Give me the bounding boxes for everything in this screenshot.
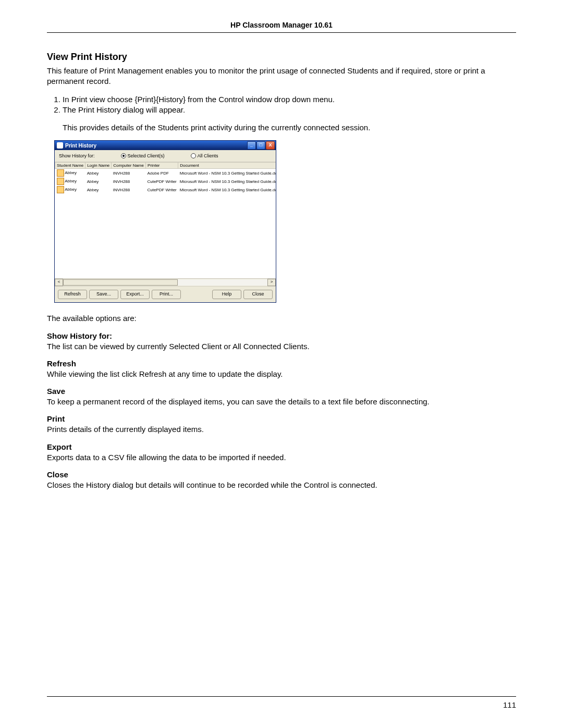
page-number: 111 <box>503 700 516 709</box>
refresh-button[interactable]: Refresh <box>58 290 87 299</box>
radio-all-label: All Clients <box>198 153 218 158</box>
radio-dot-icon <box>121 153 126 158</box>
history-table: Student Name Login Name Computer Name Pr… <box>55 162 276 194</box>
history-table-wrap: Student Name Login Name Computer Name Pr… <box>55 162 276 286</box>
dialog-title: Print History <box>65 143 96 149</box>
footer-rule <box>47 696 516 697</box>
save-button[interactable]: Save... <box>89 290 118 299</box>
option-term: Show History for: <box>47 331 516 340</box>
options-intro: The available options are: <box>47 313 516 324</box>
student-icon <box>57 186 64 193</box>
steps-list: In Print view choose {Print}{History} fr… <box>47 94 516 116</box>
option-term: Save <box>47 387 516 396</box>
student-icon <box>57 169 64 177</box>
print-button[interactable]: Print... <box>152 290 181 299</box>
col-computer[interactable]: Computer Name <box>112 163 146 169</box>
option-desc: The list can be viewed by currently Sele… <box>47 341 516 352</box>
option-term: Export <box>47 442 516 451</box>
option-term: Print <box>47 414 516 423</box>
option-term: Refresh <box>47 359 516 368</box>
option-term: Close <box>47 470 516 479</box>
col-printer[interactable]: Printer <box>145 163 178 169</box>
document-header: HP Classroom Manager 10.61 <box>47 21 516 29</box>
print-history-dialog: Print History _ □ X Show History for: Se… <box>54 140 276 303</box>
option-desc: Prints details of the currently displaye… <box>47 424 516 435</box>
intro-paragraph: This feature of Print Management enables… <box>47 66 516 87</box>
minimize-button[interactable]: _ <box>247 141 256 150</box>
filter-row: Show History for: Selected Client(s) All… <box>55 150 276 162</box>
step-2-sub: This provides details of the Students pr… <box>63 122 516 133</box>
step-1: In Print view choose {Print}{History} fr… <box>63 94 516 105</box>
radio-selected-clients[interactable]: Selected Client(s) <box>121 153 165 158</box>
maximize-button[interactable]: □ <box>256 141 265 150</box>
col-document[interactable]: Document <box>178 163 276 169</box>
student-icon <box>57 178 64 185</box>
dialog-button-row: Refresh Save... Export... Print... Help … <box>55 286 276 302</box>
option-desc: To keep a permanent record of the displa… <box>47 397 516 407</box>
col-login[interactable]: Login Name <box>85 163 112 169</box>
radio-selected-label: Selected Client(s) <box>128 153 165 158</box>
table-row[interactable]: AbbeyAbbeyINVH288CutePDF WriterMicrosoft… <box>55 186 276 194</box>
help-button[interactable]: Help <box>212 290 241 299</box>
export-button[interactable]: Export... <box>120 290 150 299</box>
table-row[interactable]: AbbeyAbbeyINVH288Adobe PDFMicrosoft Word… <box>55 169 276 178</box>
section-title: View Print History <box>47 52 516 63</box>
close-window-button[interactable]: X <box>266 141 275 150</box>
radio-all-clients[interactable]: All Clients <box>191 153 218 158</box>
option-desc: Closes the History dialog but details wi… <box>47 480 516 490</box>
scroll-left-icon[interactable]: < <box>55 279 63 286</box>
col-student[interactable]: Student Name <box>55 163 85 169</box>
show-history-label: Show History for: <box>59 153 95 158</box>
option-desc: Exports data to a CSV file allowing the … <box>47 452 516 463</box>
scroll-right-icon[interactable]: > <box>267 279 276 286</box>
radio-dot-icon <box>191 153 196 158</box>
scroll-thumb[interactable] <box>63 279 178 286</box>
dialog-titlebar: Print History _ □ X <box>55 141 276 150</box>
step-2: The Print History dialog will appear. <box>63 105 516 115</box>
close-button[interactable]: Close <box>243 290 273 299</box>
header-rule <box>47 32 516 33</box>
app-icon <box>57 142 63 149</box>
table-row[interactable]: AbbeyAbbeyINVH288CutePDF WriterMicrosoft… <box>55 177 276 186</box>
option-desc: While viewing the list click Refresh at … <box>47 369 516 379</box>
horizontal-scrollbar[interactable]: < > <box>55 278 276 286</box>
